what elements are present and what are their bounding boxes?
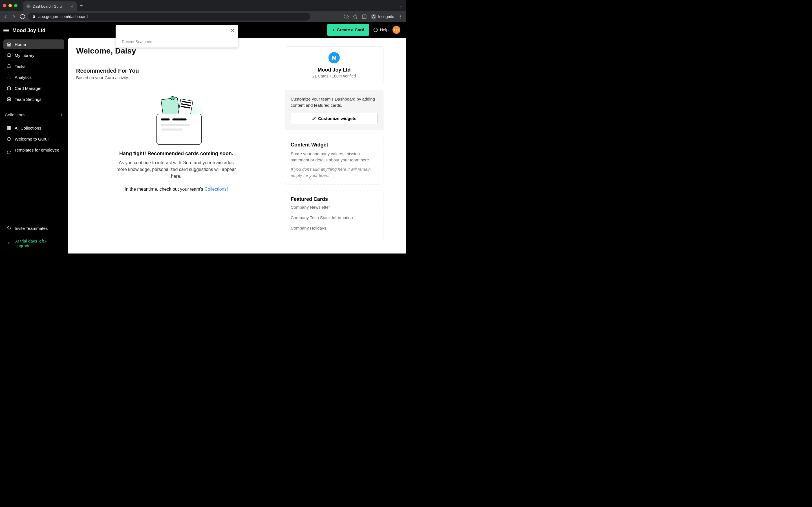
create-card-label: Create a Card (337, 27, 364, 33)
svg-point-3 (400, 16, 401, 17)
sidebar-item-tasks[interactable]: Tasks (3, 61, 64, 71)
forward-button[interactable] (11, 14, 17, 19)
sidebar-header: Mood Joy Ltd (3, 25, 64, 36)
team-stats: 21 Cards • 100% verified (291, 74, 377, 78)
sidebar-item-label: Analytics (15, 75, 32, 80)
lock-icon (32, 15, 36, 18)
welcome-heading: Welcome, Daisy (76, 46, 276, 59)
sidebar: Mood Joy Ltd Home My Library Tasks Anal (0, 22, 68, 253)
sidebar-item-welcome-guru[interactable]: Welcome to Guru! (3, 134, 64, 144)
user-plus-icon (7, 226, 11, 231)
featured-card-item[interactable]: Company Newsletter (291, 202, 377, 212)
content-widget-panel[interactable]: Content Widget Share your company values… (285, 136, 384, 184)
plus-icon: + (332, 27, 335, 33)
star-icon[interactable] (353, 14, 358, 19)
svg-rect-0 (362, 15, 366, 18)
svg-rect-10 (9, 126, 11, 128)
svg-point-2 (400, 15, 401, 15)
new-tab-button[interactable]: + (80, 3, 83, 9)
svg-point-8 (8, 99, 10, 100)
featured-card-item[interactable]: Company Tech Stack Information (291, 212, 377, 223)
grid-icon (7, 126, 11, 130)
collections-list: All Collections Welcome to Guru! Templat… (3, 123, 64, 160)
sidebar-item-library[interactable]: My Library (3, 50, 64, 60)
team-name: Mood Joy Ltd (291, 67, 377, 73)
browser-address-bar: app.getguru.com/dashboard Incognito (0, 11, 406, 22)
empty-state-desc: As you continue to interact with Guru an… (116, 159, 237, 179)
main-content: Welcome, Daisy Recommended For You Based… (76, 46, 276, 245)
customize-widgets-button[interactable]: Customize widgets (291, 113, 377, 124)
trial-upgrade-link[interactable]: 30 trial days left • Upgrade (3, 236, 64, 251)
close-search-icon[interactable]: ✕ (231, 28, 235, 33)
recent-searches-label: Recent Searches (116, 36, 238, 48)
sidebar-item-team-settings[interactable]: Team Settings (3, 94, 64, 104)
featured-card-item[interactable]: Company Holidays (291, 223, 377, 233)
svg-rect-9 (7, 126, 9, 128)
collections-link[interactable]: Collections (204, 186, 226, 191)
minimize-window-button[interactable] (8, 4, 12, 7)
help-button[interactable]: Help (373, 27, 389, 33)
sidebar-item-home[interactable]: Home (3, 40, 64, 49)
bell-icon (7, 64, 11, 69)
create-card-button[interactable]: + Create a Card (327, 24, 369, 36)
tab-overflow-icon[interactable]: ⌄ (400, 3, 403, 8)
sidebar-item-label: Tasks (15, 64, 26, 69)
sidebar-item-label: Home (15, 42, 26, 47)
add-collection-icon[interactable]: + (60, 112, 63, 118)
tab-favicon: G (27, 4, 31, 8)
browser-tab-bar: G Dashboard | Guru ✕ + ⌄ (0, 0, 406, 11)
search-field-row: ✕ (116, 25, 238, 36)
url-field[interactable]: app.getguru.com/dashboard (28, 13, 310, 20)
main-area: + Create a Card Help DJ Welcome, Daisy R… (68, 22, 406, 253)
sidebar-item-analytics[interactable]: Analytics (3, 72, 64, 82)
sidebar-item-label: Welcome to Guru! (15, 136, 49, 142)
empty-state-link-line: In the meantime, check out your team's C… (76, 186, 276, 192)
recommended-title: Recommended For You (76, 68, 276, 74)
svg-rect-11 (9, 128, 11, 130)
close-window-button[interactable] (3, 4, 6, 7)
sidebar-item-label: My Library (15, 53, 35, 58)
reload-button[interactable] (20, 14, 26, 19)
close-tab-icon[interactable]: ✕ (70, 4, 73, 9)
team-badge: M (328, 52, 340, 63)
hamburger-menu-icon[interactable] (3, 27, 9, 33)
customize-desc: Customize your team's Dashboard by addin… (291, 96, 377, 108)
sidebar-item-templates[interactable]: Templates for employee ... (3, 145, 64, 160)
svg-point-13 (8, 227, 9, 228)
panel-icon[interactable] (362, 14, 367, 19)
invite-label: Invite Teammates (15, 226, 48, 231)
featured-cards-panel[interactable]: Featured Cards Company Newsletter Compan… (285, 190, 384, 239)
question-icon (373, 27, 378, 32)
help-label: Help (380, 27, 389, 33)
org-name: Mood Joy Ltd (12, 27, 45, 34)
recommended-subtitle: Based on your Guru activity. (76, 75, 276, 80)
customize-panel: Customize your team's Dashboard by addin… (285, 90, 384, 130)
gear-icon (7, 97, 11, 102)
collections-header: Collections + (3, 110, 64, 120)
sidebar-item-card-manager[interactable]: Card Manager (3, 83, 64, 93)
content-widget-desc: Share your company values, mission state… (291, 151, 377, 163)
browser-tab[interactable]: G Dashboard | Guru ✕ (23, 1, 77, 11)
kebab-menu-icon[interactable] (398, 14, 403, 19)
invite-teammates-button[interactable]: Invite Teammates (3, 223, 64, 233)
sidebar-item-label: Team Settings (15, 97, 42, 102)
empty-state-illustration (145, 89, 207, 145)
back-button[interactable] (3, 14, 8, 19)
sidebar-item-label: Templates for employee ... (14, 148, 61, 157)
sidebar-item-all-collections[interactable]: All Collections (3, 123, 64, 133)
content-widget-note: If you don't add anything here it will r… (291, 166, 377, 179)
refresh-icon (7, 150, 11, 155)
right-panel: M Mood Joy Ltd 21 Cards • 100% verified … (285, 46, 384, 245)
refresh-icon (7, 137, 11, 142)
collections-header-label: Collections (5, 112, 26, 117)
svg-point-4 (400, 18, 401, 18)
url-text: app.getguru.com/dashboard (38, 14, 88, 19)
featured-cards-title: Featured Cards (291, 196, 377, 202)
bookmark-icon (7, 53, 11, 58)
user-avatar[interactable]: DJ (393, 26, 400, 34)
incognito-indicator[interactable]: Incognito (371, 14, 394, 19)
maximize-window-button[interactable] (14, 4, 17, 7)
eye-off-icon[interactable] (344, 14, 349, 19)
search-input[interactable] (131, 29, 231, 33)
customize-btn-label: Customize widgets (318, 116, 356, 121)
